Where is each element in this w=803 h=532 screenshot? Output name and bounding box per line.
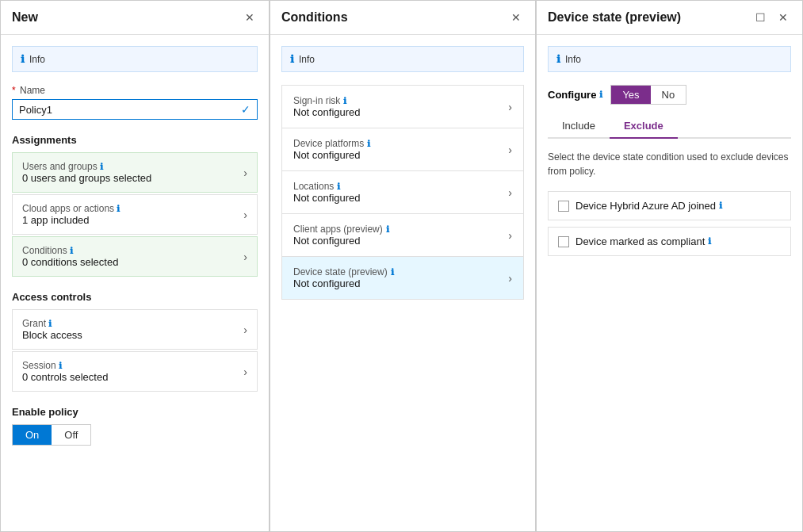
assignments-label: Assignments: [12, 134, 258, 146]
device-hybrid-row[interactable]: Device Hybrid Azure AD joined ℹ: [548, 191, 791, 220]
device-state-value: Not configured: [293, 277, 394, 289]
configure-yes-button[interactable]: Yes: [611, 86, 650, 104]
configure-no-button[interactable]: No: [651, 86, 686, 104]
grant-item[interactable]: Grant ℹ Block access ›: [12, 309, 258, 350]
device-state-title: Device state (preview) ℹ: [293, 266, 394, 277]
device-state-info-bar: ℹ Info: [548, 46, 791, 72]
locations-info-icon: ℹ: [337, 182, 340, 192]
conditions-text: Conditions ℹ 0 conditions selected: [22, 245, 118, 268]
cloud-apps-value: 1 app included: [22, 214, 120, 226]
session-chevron: ›: [243, 366, 247, 378]
session-value: 0 controls selected: [22, 371, 108, 383]
signin-risk-text: Sign-in risk ℹ Not configured: [293, 95, 361, 118]
cloud-apps-item[interactable]: Cloud apps or actions ℹ 1 app included ›: [12, 194, 258, 235]
assignments-section: Assignments Users and groups ℹ 0 users a…: [12, 134, 258, 277]
cloud-apps-row[interactable]: Cloud apps or actions ℹ 1 app included ›: [13, 195, 257, 234]
signin-risk-item[interactable]: Sign-in risk ℹ Not configured ›: [282, 86, 523, 128]
enable-policy-toggle[interactable]: On Off: [12, 424, 91, 446]
grant-info-icon: ℹ: [48, 319, 52, 328]
client-apps-text: Client apps (preview) ℹ Not configured: [293, 224, 389, 247]
access-controls-label: Access controls: [12, 291, 258, 303]
grant-chevron: ›: [243, 323, 247, 336]
new-panel-title: New: [12, 10, 38, 25]
session-title: Session ℹ: [22, 360, 108, 371]
device-state-maximize-icon[interactable]: ☐: [752, 10, 769, 25]
device-state-description: Select the device state condition used t…: [548, 150, 791, 178]
new-panel-body: ℹ Info * Name ✓ Assignments Users and gr…: [1, 35, 269, 531]
conditions-row[interactable]: Conditions ℹ 0 conditions selected ›: [13, 237, 257, 276]
users-and-groups-chevron: ›: [243, 166, 247, 179]
users-and-groups-item[interactable]: Users and groups ℹ 0 users and groups se…: [12, 152, 258, 193]
client-apps-info-icon: ℹ: [386, 224, 389, 235]
conditions-info-text: Info: [299, 54, 315, 65]
device-platforms-value: Not configured: [293, 149, 370, 161]
session-row[interactable]: Session ℹ 0 controls selected ›: [13, 352, 257, 391]
conditions-item[interactable]: Conditions ℹ 0 conditions selected ›: [12, 236, 258, 277]
configure-info-icon: ℹ: [599, 90, 602, 100]
cloud-apps-info-icon: ℹ: [117, 204, 120, 213]
configure-toggle[interactable]: Yes No: [610, 85, 686, 105]
new-info-text: Info: [29, 54, 45, 65]
tabs-row: Include Exclude: [548, 114, 791, 139]
name-input[interactable]: [19, 104, 241, 116]
enable-policy-section: Enable policy On Off: [12, 406, 258, 446]
device-state-close-icon[interactable]: ✕: [775, 10, 791, 25]
device-state-panel-icons: ☐ ✕: [752, 10, 791, 25]
new-panel-close-icon[interactable]: ✕: [242, 10, 258, 25]
locations-title: Locations ℹ: [293, 181, 361, 192]
device-state-text: Device state (preview) ℹ Not configured: [293, 266, 394, 289]
conditions-close-icon[interactable]: ✕: [508, 10, 524, 25]
session-text: Session ℹ 0 controls selected: [22, 360, 108, 383]
enable-policy-label: Enable policy: [12, 406, 258, 418]
device-state-panel: Device state (preview) ☐ ✕ ℹ Info Config…: [536, 0, 803, 532]
locations-item[interactable]: Locations ℹ Not configured ›: [282, 171, 523, 214]
cloud-apps-chevron: ›: [243, 209, 247, 221]
new-panel-header: New ✕: [1, 1, 269, 35]
users-and-groups-info-icon: ℹ: [100, 162, 103, 171]
tab-include[interactable]: Include: [548, 114, 610, 139]
conditions-panel: Conditions ✕ ℹ Info Sign-in risk ℹ Not c…: [270, 0, 536, 532]
name-input-wrapper[interactable]: ✓: [12, 99, 258, 120]
device-compliant-checkbox[interactable]: [558, 236, 569, 247]
device-state-chevron: ›: [508, 272, 512, 285]
conditions-list: Sign-in risk ℹ Not configured › Device p…: [281, 85, 524, 300]
users-and-groups-row[interactable]: Users and groups ℹ 0 users and groups se…: [13, 153, 257, 192]
locations-text: Locations ℹ Not configured: [293, 181, 361, 204]
new-panel-icons: ✕: [242, 10, 258, 25]
device-state-info-icon: ℹ: [391, 267, 394, 277]
conditions-chevron: ›: [243, 251, 247, 263]
users-and-groups-title: Users and groups ℹ: [22, 161, 151, 172]
toggle-off-button[interactable]: Off: [52, 425, 90, 445]
device-state-info-icon: ℹ: [556, 53, 560, 65]
locations-value: Not configured: [293, 192, 361, 204]
client-apps-item[interactable]: Client apps (preview) ℹ Not configured ›: [282, 214, 523, 257]
device-compliant-row[interactable]: Device marked as compliant ℹ: [548, 227, 791, 256]
toggle-on-button[interactable]: On: [13, 425, 52, 445]
cloud-apps-title: Cloud apps or actions ℹ: [22, 203, 120, 214]
grant-row[interactable]: Grant ℹ Block access ›: [13, 310, 257, 349]
client-apps-title: Client apps (preview) ℹ: [293, 224, 389, 235]
client-apps-value: Not configured: [293, 235, 389, 247]
new-panel: New ✕ ℹ Info * Name ✓ Assignments: [0, 0, 270, 532]
conditions-value: 0 conditions selected: [22, 256, 118, 268]
device-compliant-label: Device marked as compliant ℹ: [575, 235, 711, 247]
client-apps-chevron: ›: [508, 229, 512, 242]
device-state-item[interactable]: Device state (preview) ℹ Not configured …: [282, 257, 523, 299]
name-field-section: * Name ✓: [12, 85, 258, 120]
tab-exclude[interactable]: Exclude: [610, 114, 678, 139]
device-hybrid-info-icon: ℹ: [719, 201, 722, 211]
cloud-apps-text: Cloud apps or actions ℹ 1 app included: [22, 203, 120, 226]
device-hybrid-label: Device Hybrid Azure AD joined ℹ: [575, 200, 722, 212]
users-and-groups-value: 0 users and groups selected: [22, 172, 151, 184]
device-hybrid-checkbox[interactable]: [558, 201, 569, 212]
conditions-panel-body: ℹ Info Sign-in risk ℹ Not configured › D…: [270, 35, 535, 531]
device-platforms-item[interactable]: Device platforms ℹ Not configured ›: [282, 128, 523, 171]
users-and-groups-text: Users and groups ℹ 0 users and groups se…: [22, 161, 151, 184]
new-info-icon: ℹ: [21, 53, 25, 65]
conditions-panel-header: Conditions ✕: [270, 1, 535, 35]
device-state-info-text: Info: [565, 54, 581, 65]
conditions-info-bar: ℹ Info: [281, 46, 524, 72]
grant-title: Grant ℹ: [22, 318, 82, 329]
session-item[interactable]: Session ℹ 0 controls selected ›: [12, 351, 258, 392]
signin-risk-chevron: ›: [508, 101, 512, 113]
